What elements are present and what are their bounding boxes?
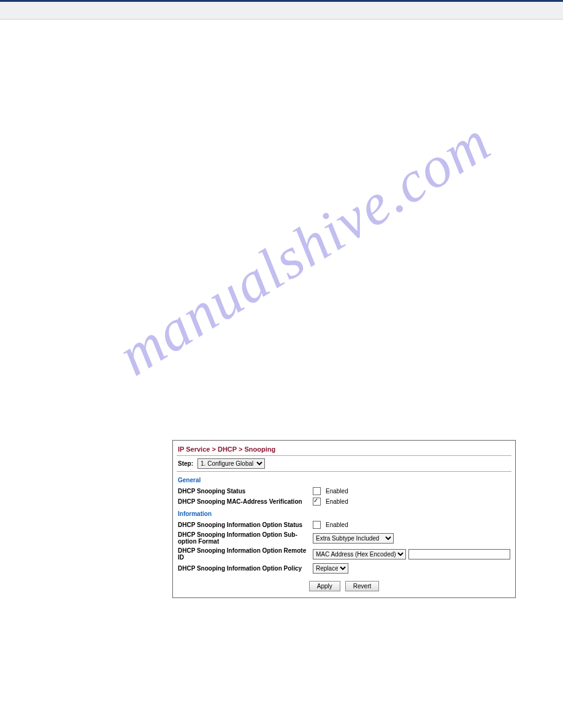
page-header-bar — [0, 0, 563, 20]
